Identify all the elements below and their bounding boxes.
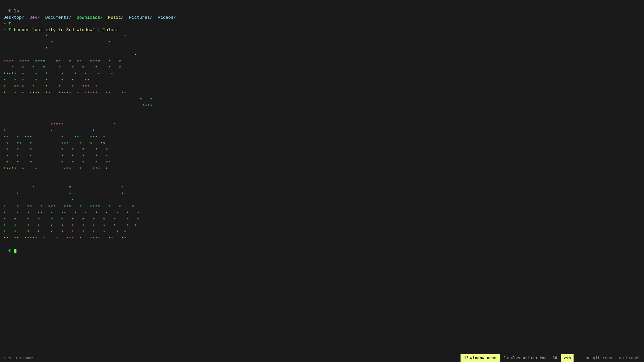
ls-output: Desktop/ bbox=[3, 15, 24, 20]
status-right: no git repo no branch bbox=[582, 354, 644, 362]
window-list: 1* window-name 2 unfocused window 3#- zs… bbox=[461, 354, 577, 362]
prompt-final: ~ % bbox=[3, 249, 14, 254]
session-name: session name bbox=[0, 354, 37, 362]
current-shell: zsh bbox=[561, 354, 574, 362]
git-branch: no branch bbox=[615, 354, 644, 362]
window-3[interactable]: 3#- zsh bbox=[549, 354, 577, 362]
terminal-output: ~ % ls Desktop/ Dev/ Documents/ Download… bbox=[0, 0, 644, 354]
git-status: no git repo bbox=[582, 354, 615, 362]
cursor[interactable]: █ bbox=[14, 249, 16, 254]
cmd-ls: ls bbox=[14, 9, 19, 14]
status-bar: session name 1* window-name 2 unfocused … bbox=[0, 354, 644, 362]
window-2[interactable]: 2 unfocused window bbox=[500, 354, 549, 362]
window-1[interactable]: 1* window-name bbox=[461, 354, 500, 362]
prompt-1: ~ % bbox=[3, 9, 14, 14]
